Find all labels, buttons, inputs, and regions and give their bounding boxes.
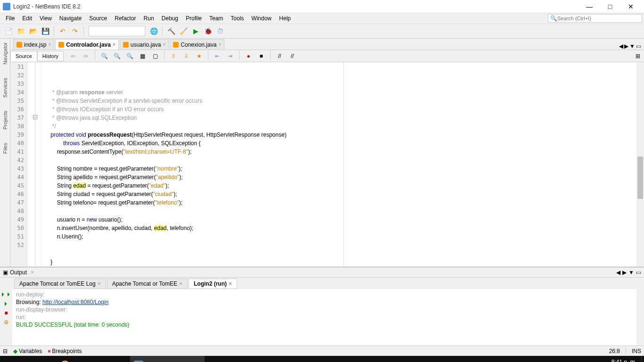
comment-button[interactable]: // (274, 50, 285, 62)
output-tab[interactable]: Login2 (run)× (189, 279, 237, 289)
code-area[interactable]: 31 32 33 34 35 36 37 38 39 40 41 42 43 4… (10, 62, 644, 267)
maximize-button[interactable]: □ (600, 0, 620, 13)
stop-icon[interactable]: ■ (4, 310, 8, 316)
taskbar-movies[interactable]: 🎬Movies & TV (275, 356, 329, 362)
side-tab-projects[interactable]: Projects (1, 109, 9, 132)
output-link[interactable]: http://localhost:8080/Login (42, 299, 108, 305)
toggle-rect-button[interactable]: ▢ (149, 50, 161, 62)
nav-back-button[interactable]: ⇦ (67, 50, 79, 62)
settings-icon[interactable]: ⚙ (4, 319, 9, 326)
close-icon[interactable]: × (98, 280, 101, 287)
output-console[interactable]: run-deploy:Browsing: http://localhost:80… (12, 289, 636, 346)
find-prev-button[interactable]: 🔍 (111, 50, 123, 62)
output-left-icon[interactable]: ◀ (616, 269, 620, 276)
minimize-group-icon[interactable]: ⊟ (3, 348, 8, 354)
taskbar-chrome[interactable]: (1) Programadores ... (57, 356, 130, 362)
close-icon[interactable]: × (179, 280, 182, 287)
menu-file[interactable]: File (2, 14, 18, 23)
undo-button[interactable]: ↶ (57, 25, 68, 37)
file-tab[interactable]: Controlador.java× (55, 39, 119, 49)
close-icon[interactable]: × (218, 42, 221, 47)
menu-run[interactable]: Run (140, 14, 158, 23)
menu-team[interactable]: Team (206, 14, 227, 23)
fold-toggle-icon[interactable]: − (33, 115, 37, 119)
macro-stop-button[interactable]: ■ (256, 50, 267, 62)
toggle-highlight-button[interactable]: ▦ (137, 50, 148, 62)
tab-dropdown-icon[interactable]: ▼ (629, 43, 635, 49)
menu-tools[interactable]: Tools (227, 14, 248, 23)
menu-debug[interactable]: Debug (158, 14, 182, 23)
taskbar-mysql[interactable]: 🐬MySQL Workbench (205, 356, 275, 362)
maximize-editor-icon[interactable]: ▭ (636, 43, 641, 49)
code-editor[interactable]: * @param response servlet * @throws Serv… (41, 62, 644, 267)
new-project-button[interactable]: 📁 (15, 25, 26, 37)
file-tab[interactable]: Conexion.java× (170, 39, 224, 49)
side-tab-navigator[interactable]: Navigator (1, 41, 9, 66)
output-tab[interactable]: Apache Tomcat or TomEE Log× (14, 279, 106, 289)
profile-button[interactable]: ⏱ (215, 25, 226, 37)
file-tab[interactable]: usuario.java× (120, 39, 169, 49)
output-tab[interactable]: Apache Tomcat or TomEE× (107, 279, 188, 289)
output-dropdown-icon[interactable]: ▼ (628, 269, 634, 276)
clean-build-button[interactable]: 🧹 (178, 25, 189, 37)
run-button[interactable]: ▶ (190, 25, 201, 37)
start-button[interactable]: ⊞ (0, 356, 19, 362)
output-close-icon[interactable]: × (31, 269, 34, 276)
taskbar-clock[interactable]: 8:41 p. m. 10/11/2017 (603, 359, 641, 362)
side-tab-services[interactable]: Services (1, 76, 9, 99)
menu-profile[interactable]: Profile (182, 14, 206, 23)
rerun-icon[interactable]: ⏵⏵ (0, 291, 12, 297)
macro-record-button[interactable]: ● (243, 50, 254, 62)
nav-fwd-button[interactable]: ⇨ (80, 50, 91, 62)
close-icon[interactable]: × (48, 42, 51, 47)
debug-button[interactable]: 🐞 (202, 25, 214, 37)
minimize-button[interactable]: — (579, 0, 600, 13)
search-input[interactable] (557, 16, 640, 21)
search-box[interactable]: 🔍 (548, 14, 642, 23)
menu-view[interactable]: View (36, 14, 56, 23)
new-file-button[interactable]: 📄 (3, 25, 14, 37)
find-next-button[interactable]: 🔍 (124, 50, 135, 62)
toggle-bookmark-button[interactable]: ★ (193, 50, 205, 62)
cortana-search[interactable]: ⌕ (19, 356, 38, 362)
menu-window[interactable]: Window (248, 14, 275, 23)
vertical-scrollbar[interactable] (636, 62, 644, 267)
menu-edit[interactable]: Edit (18, 14, 36, 23)
output-scrollbar[interactable] (636, 289, 644, 346)
history-tab[interactable]: History (37, 51, 64, 61)
source-tab[interactable]: Source (10, 51, 37, 61)
show-desktop[interactable] (641, 356, 644, 362)
breakpoints-button[interactable]: ■Breakpoints (48, 348, 82, 354)
save-all-button[interactable]: 💾 (40, 25, 51, 37)
tab-scroll-right-icon[interactable]: ▶ (624, 43, 628, 49)
build-button[interactable]: 🔨 (165, 25, 177, 37)
close-button[interactable]: ✕ (620, 0, 641, 13)
redo-button[interactable]: ↷ (69, 25, 81, 37)
next-bookmark-button[interactable]: ⇩ (181, 50, 192, 62)
taskbar-netbeans[interactable]: Login2 - NetBeans I... (130, 356, 205, 362)
menu-navigate[interactable]: Navigate (56, 14, 85, 23)
file-tab[interactable]: index.jsp× (13, 39, 54, 49)
shift-right-button[interactable]: ⇥ (224, 50, 236, 62)
shift-left-button[interactable]: ⇤ (212, 50, 223, 62)
rerun2-icon[interactable]: ⏵ (3, 300, 9, 307)
menu-help[interactable]: Help (275, 14, 295, 23)
close-icon[interactable]: × (113, 42, 116, 47)
config-combo[interactable] (89, 26, 145, 36)
browser-button[interactable]: 🌐 (148, 25, 159, 37)
split-icon[interactable]: ⊞ (636, 53, 644, 59)
output-max-icon[interactable]: ▭ (636, 269, 641, 276)
file-explorer[interactable]: 📁 (38, 356, 57, 362)
tab-scroll-left-icon[interactable]: ◀ (619, 43, 623, 49)
uncomment-button[interactable]: // (287, 50, 298, 62)
close-icon[interactable]: × (229, 280, 232, 287)
side-tab-files[interactable]: Files (1, 141, 9, 156)
menu-source[interactable]: Source (85, 14, 111, 23)
close-icon[interactable]: × (163, 42, 165, 47)
scrollbar-thumb[interactable] (637, 156, 643, 199)
prev-bookmark-button[interactable]: ⇧ (168, 50, 179, 62)
fold-gutter[interactable]: − (27, 62, 41, 267)
menu-refactor[interactable]: Refactor (111, 14, 140, 23)
open-project-button[interactable]: 📂 (27, 25, 39, 37)
find-selection-button[interactable]: 🔍 (99, 50, 110, 62)
